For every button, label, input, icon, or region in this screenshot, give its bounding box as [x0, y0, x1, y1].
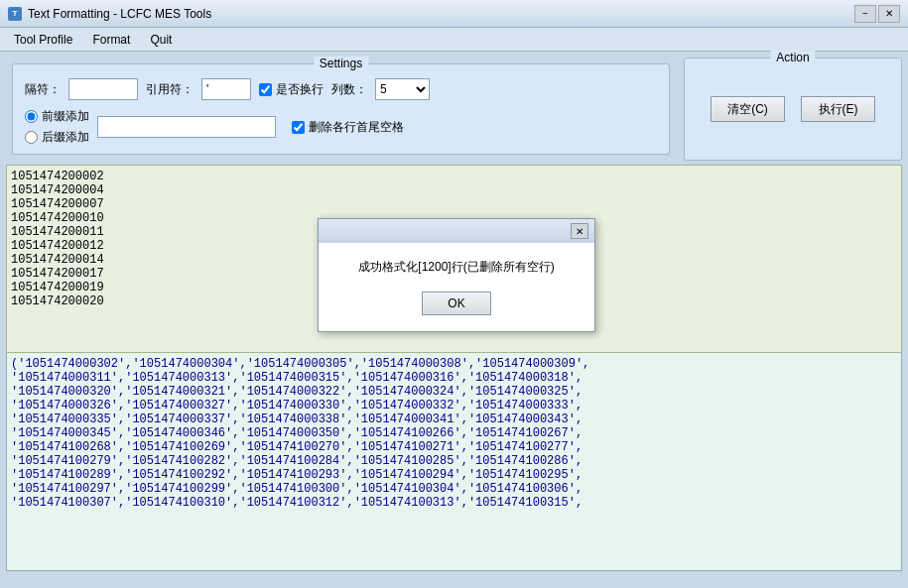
suffix-radio[interactable]	[25, 131, 38, 144]
separator-label: 隔符：	[25, 81, 61, 98]
clear-button[interactable]: 清空(C)	[711, 96, 785, 122]
separator-input[interactable]	[68, 78, 138, 100]
dialog-message: 成功格式化[1200]行(已删除所有空行)	[338, 259, 575, 276]
dialog-close-button[interactable]: ✕	[571, 223, 588, 239]
close-button[interactable]: ✕	[878, 5, 900, 23]
newline-checkbox[interactable]	[259, 83, 272, 96]
dialog-title-bar: ✕	[319, 219, 594, 243]
suffix-radio-label[interactable]: 后缀添加	[25, 129, 89, 146]
window-controls: − ✕	[854, 5, 900, 23]
trim-label: 删除各行首尾空格	[309, 119, 404, 136]
menu-quit[interactable]: Quit	[140, 31, 182, 49]
columns-select[interactable]: 1234 567 8910	[375, 78, 430, 100]
menu-bar: Tool Profile Format Quit	[0, 28, 908, 52]
output-text-area[interactable]: ('1051474000302','1051474000304','105147…	[6, 353, 902, 571]
app-icon: T	[8, 7, 22, 21]
quote-label: 引用符：	[146, 81, 194, 98]
menu-tool-profile[interactable]: Tool Profile	[4, 31, 82, 49]
newline-checkbox-label[interactable]: 是否换行	[259, 81, 324, 98]
quote-input[interactable]	[201, 78, 251, 100]
settings-title: Settings	[314, 57, 368, 70]
trim-checkbox-label[interactable]: 删除各行首尾空格	[292, 119, 404, 136]
action-title: Action	[770, 51, 815, 64]
settings-panel: Settings 隔符： 引用符： 是否换行 列数： 1234 567 8910	[12, 63, 670, 155]
minimize-button[interactable]: −	[854, 5, 876, 23]
menu-format[interactable]: Format	[82, 31, 140, 49]
dialog-ok-button[interactable]: OK	[422, 292, 491, 315]
dialog-body: 成功格式化[1200]行(已删除所有空行) OK	[319, 243, 594, 331]
columns-label: 列数：	[331, 81, 367, 98]
execute-button[interactable]: 执行(E)	[801, 96, 875, 122]
newline-label: 是否换行	[276, 81, 324, 98]
prefix-input[interactable]	[97, 116, 276, 138]
title-bar: T Text Formatting - LCFC MES Tools − ✕	[0, 0, 908, 28]
prefix-radio[interactable]	[25, 110, 38, 123]
radio-group: 前缀添加 后缀添加	[25, 108, 89, 146]
trim-checkbox[interactable]	[292, 121, 305, 134]
window-title: Text Formatting - LCFC MES Tools	[28, 7, 848, 21]
action-panel: Action 清空(C) 执行(E)	[684, 58, 902, 161]
dialog: ✕ 成功格式化[1200]行(已删除所有空行) OK	[318, 218, 595, 332]
prefix-radio-label[interactable]: 前缀添加	[25, 108, 89, 125]
